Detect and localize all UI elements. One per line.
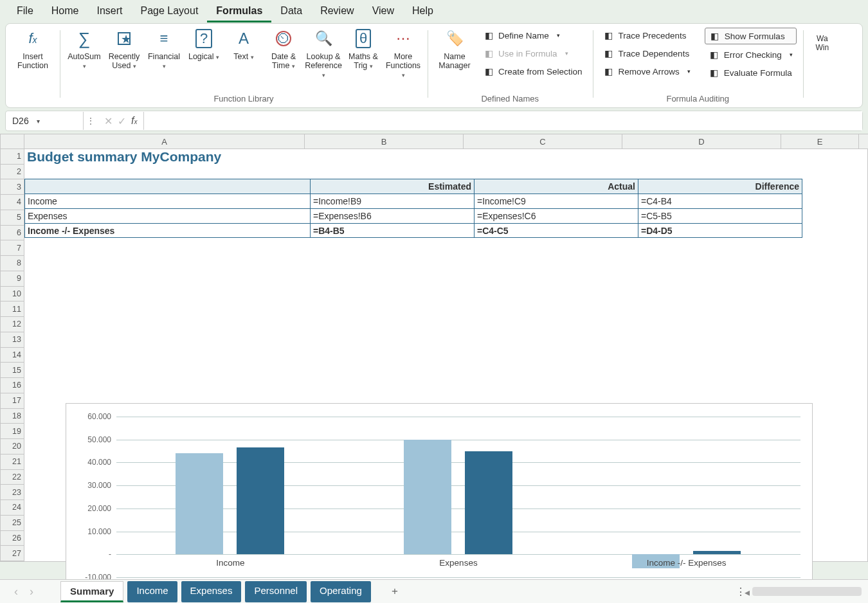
menu-home[interactable]: Home xyxy=(42,1,88,22)
row-header[interactable]: 11 xyxy=(1,302,24,317)
row-header[interactable]: 22 xyxy=(1,470,24,485)
sheet-tab-personnel[interactable]: Personnel xyxy=(245,581,307,602)
error-checking-button[interactable]: ◧Error Checking ▾ xyxy=(705,47,797,62)
more-button[interactable]: ⋯More Functions ▾ xyxy=(385,28,421,80)
formula-input[interactable] xyxy=(144,111,862,130)
sheet-next-icon[interactable]: › xyxy=(30,585,33,598)
col-header[interactable]: C xyxy=(464,134,622,148)
table-cell[interactable]: =D4-D5 xyxy=(638,223,802,238)
menu-view[interactable]: View xyxy=(363,1,403,22)
table-cell[interactable]: =Expenses!C6 xyxy=(474,208,638,223)
row-header[interactable]: 1 xyxy=(1,149,24,165)
maths-button[interactable]: θMaths & Trig ▾ xyxy=(345,28,381,71)
logical-button[interactable]: ?Logical ▾ xyxy=(186,28,222,62)
row-header[interactable]: 19 xyxy=(1,424,24,439)
row-header[interactable]: 6 xyxy=(1,226,24,241)
row-header[interactable]: 4 xyxy=(1,195,24,210)
menu-data[interactable]: Data xyxy=(271,1,311,22)
spreadsheet-grid[interactable]: 1234567891011121314151617181920212223242… xyxy=(0,134,868,562)
chart-category-label: Expenses xyxy=(439,558,477,568)
col-header[interactable]: D xyxy=(622,134,781,148)
recently-used-button[interactable]: ★Recently Used ▾ xyxy=(106,28,142,71)
create-from-selection-button[interactable]: ◧Create from Selection xyxy=(479,64,586,79)
row-header[interactable]: 2 xyxy=(1,165,24,180)
menu-review[interactable]: Review xyxy=(311,1,363,22)
table-row-label: Expenses xyxy=(24,208,310,223)
table-cell[interactable]: =C4-C5 xyxy=(474,223,638,238)
menu-bar: FileHomeInsertPage LayoutFormulasDataRev… xyxy=(0,0,868,23)
trace-dependents-button[interactable]: ◧Trace Dependents xyxy=(599,46,694,61)
text-button[interactable]: AText ▾ xyxy=(226,28,262,62)
row-header[interactable]: 12 xyxy=(1,317,24,332)
sheet-prev-icon[interactable]: ‹ xyxy=(14,585,18,598)
evaluate-formula-button[interactable]: ◧Evaluate Formula xyxy=(705,65,797,80)
table-cell[interactable]: =Expenses!B6 xyxy=(310,208,474,223)
name-box-dropdown-icon[interactable]: ▾ xyxy=(37,118,40,125)
row-header[interactable]: 23 xyxy=(1,485,24,500)
trace-precedents-button[interactable]: ◧Trace Precedents xyxy=(599,28,694,43)
table-cell[interactable]: =C4-B4 xyxy=(638,194,802,208)
row-header[interactable]: 7 xyxy=(1,240,24,256)
financial-button[interactable]: ≡Financial ▾ xyxy=(146,28,182,71)
name-box-value: D26 xyxy=(12,116,29,126)
name-manager-button[interactable]: 🏷️Name Manager xyxy=(434,28,475,70)
row-header[interactable]: 20 xyxy=(1,439,24,455)
fx-icon[interactable]: fx xyxy=(131,115,137,127)
row-header[interactable]: 14 xyxy=(1,348,24,363)
row-header[interactable]: 13 xyxy=(1,332,24,348)
chart-y-tick: - xyxy=(79,550,111,559)
menu-page-layout[interactable]: Page Layout xyxy=(131,1,207,22)
horizontal-scrollbar[interactable]: ◂ xyxy=(752,587,862,596)
table-cell[interactable]: =Income!C9 xyxy=(474,194,638,208)
table-cell[interactable]: =C5-B5 xyxy=(638,208,802,223)
row-header[interactable]: 24 xyxy=(1,500,24,516)
cancel-icon[interactable]: ✕ xyxy=(104,115,113,127)
lookup-button[interactable]: 🔍Lookup & Reference ▾ xyxy=(305,28,341,80)
sheet-tab-operating[interactable]: Operating xyxy=(311,581,371,602)
select-all-corner[interactable] xyxy=(1,134,24,149)
row-header[interactable]: 9 xyxy=(1,271,24,287)
enter-icon[interactable]: ✓ xyxy=(118,115,126,127)
chart-category-label: Income -/- Expenses xyxy=(647,558,727,568)
name-box[interactable]: D26 ▾ xyxy=(6,112,84,130)
sheet-tab-expenses[interactable]: Expenses xyxy=(181,581,242,602)
menu-formulas[interactable]: Formulas xyxy=(207,1,271,22)
name-box-more-icon[interactable]: ⋮ xyxy=(84,116,98,126)
col-header[interactable]: B xyxy=(305,134,464,148)
create-from-selection-icon: ◧ xyxy=(483,66,494,77)
menu-insert[interactable]: Insert xyxy=(87,1,131,22)
show-formulas-button[interactable]: ◧Show Formulas xyxy=(705,28,797,44)
evaluate-formula-icon: ◧ xyxy=(709,67,720,78)
row-header[interactable]: 18 xyxy=(1,409,24,424)
chart[interactable]: -10.000-10.00020.00030.00040.00050.00060… xyxy=(66,403,813,603)
menu-file[interactable]: File xyxy=(8,1,42,22)
insert-function-button[interactable]: fxInsert Function xyxy=(12,28,53,70)
row-header[interactable]: 26 xyxy=(1,531,24,546)
row-header[interactable]: 8 xyxy=(1,256,24,271)
row-header[interactable]: 25 xyxy=(1,516,24,531)
col-header[interactable]: A xyxy=(24,134,305,148)
table-cell[interactable]: =Income!B9 xyxy=(310,194,474,208)
add-sheet-icon[interactable]: + xyxy=(392,585,398,598)
row-header[interactable]: 27 xyxy=(1,546,24,561)
sheet-tab-summary[interactable]: Summary xyxy=(60,581,123,602)
row-header[interactable]: 16 xyxy=(1,378,24,393)
row-header[interactable]: 15 xyxy=(1,363,24,378)
menu-help[interactable]: Help xyxy=(403,1,442,22)
remove-arrows-button[interactable]: ◧Remove Arrows ▾ xyxy=(599,64,694,79)
row-header[interactable]: 10 xyxy=(1,287,24,302)
ribbon: fxInsert Function∑AutoSum ▾★Recently Use… xyxy=(5,23,863,108)
ribbon-overflow[interactable]: Wa Win xyxy=(816,34,829,52)
row-header[interactable]: 5 xyxy=(1,210,24,226)
row-header[interactable]: 3 xyxy=(1,179,24,195)
define-name-button[interactable]: ◧Define Name ▾ xyxy=(479,28,586,43)
col-header[interactable]: E xyxy=(781,134,859,148)
autosum-button[interactable]: ∑AutoSum ▾ xyxy=(66,28,102,71)
more-icon: ⋯ xyxy=(392,28,414,50)
chart-bar xyxy=(404,440,451,555)
datetime-button[interactable]: ⏲Date & Time ▾ xyxy=(266,28,302,71)
table-cell[interactable]: =B4-B5 xyxy=(310,223,474,238)
row-header[interactable]: 21 xyxy=(1,455,24,470)
row-header[interactable]: 17 xyxy=(1,393,24,409)
sheet-tab-income[interactable]: Income xyxy=(127,581,177,602)
